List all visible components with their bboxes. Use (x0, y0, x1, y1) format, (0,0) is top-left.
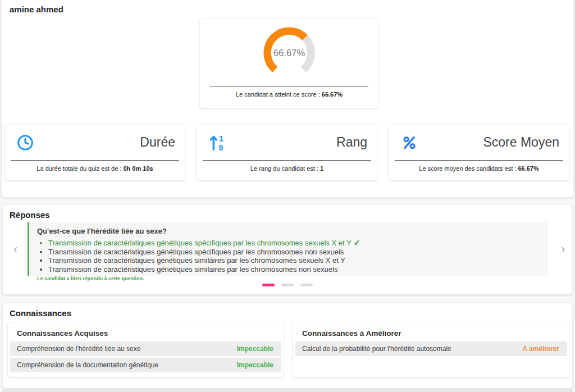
divider (210, 86, 368, 86)
results-page: amine ahmed 66.67% Le candidat a atteint… (0, 0, 575, 392)
responses-section: Réponses ‹ › Qu'est-ce que l'hérédité li… (2, 204, 573, 295)
average-score-caption-label: Le score moyen des candidats est : (419, 165, 518, 172)
rank-caption: Le rang du candidat est : 1 (197, 165, 377, 172)
average-score-title: Score Moyen (483, 135, 559, 150)
divider (203, 160, 371, 161)
average-score-caption-value: 66.67% (518, 165, 539, 172)
rank-caption-label: Le rang du candidat est : (250, 165, 320, 172)
answer-text: Transmission de caractéristiques génétiq… (48, 256, 345, 265)
score-caption: Le candidat a atteint ce score : 66.67% (200, 91, 378, 98)
question-slide: Qu'est-ce que l'hérédité liée au sexe? T… (28, 222, 548, 276)
answer-option: Transmission de caractéristiques génétiq… (48, 256, 542, 265)
knowledge-status-badge: A améliorer (522, 345, 559, 353)
rank-title: Rang (336, 135, 367, 150)
average-score-card: Score Moyen Le score moyen des candidats… (389, 125, 569, 181)
knowledge-row: Calcul de la probabilité pour l'hérédité… (295, 341, 567, 356)
carousel-indicator[interactable] (281, 284, 294, 286)
knowledge-improve-rows: Calcul de la probabilité pour l'hérédité… (295, 341, 567, 358)
score-caption-label: Le candidat a atteint ce score : (236, 91, 322, 98)
score-gauge-card: 66.67% Le candidat a atteint ce score : … (199, 19, 379, 108)
knowledge-acquired-card: Connaissances Acquises Compréhension de … (7, 322, 284, 377)
knowledge-improve-card: Connaissances à Améliorer Calcul de la p… (293, 322, 570, 377)
carousel-prev-button[interactable]: ‹ (13, 242, 17, 257)
answer-text: Transmission de caractéristiques génétiq… (48, 265, 337, 274)
score-gauge-icon: 66.67% (257, 21, 321, 85)
duration-title: Durée (140, 135, 175, 150)
carousel-indicator[interactable] (262, 284, 275, 286)
answer-option: Transmission de caractéristiques génétiq… (48, 248, 542, 257)
knowledge-row-label: Compréhension de la documentation généti… (17, 361, 158, 369)
divider (11, 160, 179, 161)
rank-card: 1 9 Rang Le rang du candidat est : 1 (197, 125, 377, 181)
knowledge-title: Connaissances (10, 308, 71, 318)
divider (395, 160, 563, 161)
knowledge-improve-title: Connaissances à Améliorer (302, 329, 401, 338)
knowledge-acquired-title: Connaissances Acquises (17, 329, 108, 338)
clock-icon (16, 134, 34, 152)
duration-caption-value: 0h 0m 10s (123, 165, 153, 172)
carousel-indicator[interactable] (300, 284, 313, 286)
answer-text: Transmission de caractéristiques génétiq… (48, 239, 352, 247)
svg-text:9: 9 (218, 143, 223, 152)
score-caption-value: 66.67% (322, 91, 343, 98)
svg-text:1: 1 (219, 134, 223, 143)
check-icon: ✓ (354, 238, 360, 247)
knowledge-status-badge: Impeccable (237, 361, 273, 369)
knowledge-row: Compréhension de l'hérédité liée au sexe… (10, 341, 281, 356)
answer-text: Transmission de caractéristiques génétiq… (48, 248, 344, 256)
answer-option: Transmission de caractéristiques génétiq… (48, 265, 542, 274)
carousel-indicators (3, 279, 572, 289)
duration-caption: La durée totale du quiz est de : 0h 0m 1… (5, 165, 185, 172)
gauge-percent-label: 66.67% (273, 48, 305, 58)
knowledge-row-label: Calcul de la probabilité pour l'hérédité… (302, 345, 451, 353)
next-section-edge (2, 390, 573, 392)
knowledge-row: Compréhension de la documentation généti… (10, 358, 281, 372)
question-text: Qu'est-ce que l'hérédité liée au sexe? (37, 227, 542, 235)
answer-option-correct: Transmission de caractéristiques génétiq… (48, 239, 542, 248)
average-score-caption: Le score moyen des candidats est : 66.67… (389, 165, 569, 172)
knowledge-row-label: Compréhension de l'hérédité liée au sexe (17, 345, 140, 353)
answers-list: Transmission de caractéristiques génétiq… (37, 239, 542, 274)
knowledge-status-badge: Impeccable (237, 345, 273, 353)
duration-caption-label: La durée totale du quiz est de : (36, 165, 123, 172)
responses-title: Réponses (10, 210, 50, 220)
carousel-next-button[interactable]: › (561, 242, 565, 257)
knowledge-acquired-rows: Compréhension de l'hérédité liée au sexe… (10, 341, 281, 374)
duration-card: Durée La durée totale du quiz est de : 0… (4, 125, 185, 181)
page-title: amine ahmed (10, 4, 63, 14)
rank-icon: 1 9 (208, 134, 226, 152)
knowledge-section: Connaissances Connaissances Acquises Com… (2, 303, 573, 389)
rank-caption-value: 1 (320, 165, 323, 172)
percent-icon (400, 134, 418, 152)
